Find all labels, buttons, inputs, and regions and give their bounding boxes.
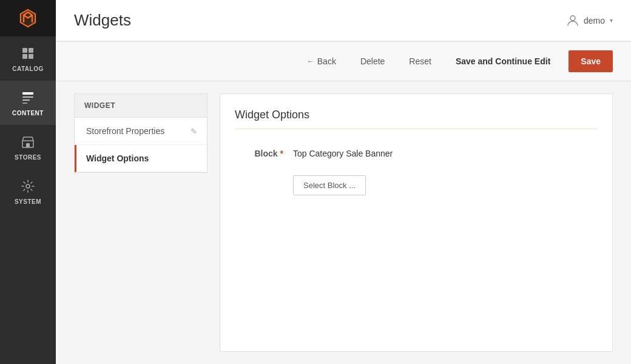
svg-point-11 <box>570 16 575 21</box>
sidebar-item-stores[interactable]: STORES <box>0 125 56 169</box>
sidebar-item-system[interactable]: SYSTEM <box>0 169 56 214</box>
save-continue-button[interactable]: Save and Continue Edit <box>450 53 556 70</box>
svg-rect-2 <box>22 54 27 59</box>
svg-rect-7 <box>22 103 27 104</box>
widget-options-heading: Widget Options <box>235 109 598 129</box>
edit-pencil-icon: ✎ <box>191 127 197 136</box>
sidebar-catalog-label: CATALOG <box>12 66 43 72</box>
storefront-properties-label: Storefront Properties <box>86 126 164 136</box>
main-content: Widgets demo ▾ ← Back Delete Reset Save … <box>56 0 631 364</box>
delete-button[interactable]: Delete <box>354 53 391 70</box>
chevron-down-icon: ▾ <box>610 17 613 24</box>
stores-icon <box>19 133 36 150</box>
svg-rect-5 <box>22 96 33 98</box>
block-value: Top Category Sale Banner <box>293 149 393 158</box>
user-menu[interactable]: demo ▾ <box>567 15 613 27</box>
sidebar-system-label: SYSTEM <box>15 198 41 205</box>
sidebar-stores-label: STORES <box>15 154 41 161</box>
svg-rect-0 <box>22 48 27 53</box>
reset-label: Reset <box>409 56 431 66</box>
back-arrow-icon: ← <box>307 57 314 66</box>
content-area: WIDGET Storefront Properties ✎ Widget Op… <box>56 81 631 364</box>
sidebar-item-content[interactable]: CONTENT <box>0 81 56 125</box>
svg-rect-6 <box>22 99 30 101</box>
storefront-properties-item[interactable]: Storefront Properties ✎ <box>75 118 207 145</box>
save-button[interactable]: Save <box>569 50 613 72</box>
person-icon <box>567 15 579 27</box>
sidebar: CATALOG CONTENT STORES <box>0 0 56 364</box>
svg-rect-1 <box>29 48 33 53</box>
reset-button[interactable]: Reset <box>403 53 437 70</box>
toolbar: ← Back Delete Reset Save and Continue Ed… <box>56 41 631 81</box>
save-continue-label: Save and Continue Edit <box>456 56 550 66</box>
user-name: demo <box>584 16 605 25</box>
save-label: Save <box>581 56 601 66</box>
left-panel: WIDGET Storefront Properties ✎ Widget Op… <box>74 93 208 352</box>
block-form-row: Block* Top Category Sale Banner <box>235 139 598 168</box>
block-label: Block* <box>235 149 283 158</box>
select-block-label: Select Block ... <box>303 181 356 190</box>
svg-point-10 <box>26 184 30 188</box>
sidebar-item-catalog[interactable]: CATALOG <box>0 36 56 81</box>
svg-rect-9 <box>26 143 30 147</box>
svg-rect-3 <box>29 54 33 59</box>
svg-rect-4 <box>22 92 33 95</box>
widget-options-label: Widget Options <box>86 153 149 163</box>
select-block-button[interactable]: Select Block ... <box>293 175 366 195</box>
required-indicator: * <box>280 149 283 158</box>
sidebar-content-label: CONTENT <box>12 110 44 116</box>
system-icon <box>19 178 36 195</box>
back-button[interactable]: ← Back <box>301 53 342 70</box>
page-header: Widgets demo ▾ <box>56 0 631 41</box>
sidebar-logo <box>0 0 56 36</box>
widget-section: WIDGET Storefront Properties ✎ Widget Op… <box>74 93 208 173</box>
right-panel: Widget Options Block* Top Category Sale … <box>220 93 613 352</box>
catalog-icon <box>19 45 36 62</box>
widget-section-header: WIDGET <box>75 94 207 118</box>
page-title: Widgets <box>74 11 131 30</box>
widget-options-item[interactable]: Widget Options <box>75 145 207 172</box>
content-icon <box>19 89 36 106</box>
magento-logo-icon <box>16 6 40 30</box>
back-label: Back <box>317 56 336 66</box>
delete-label: Delete <box>360 56 385 66</box>
